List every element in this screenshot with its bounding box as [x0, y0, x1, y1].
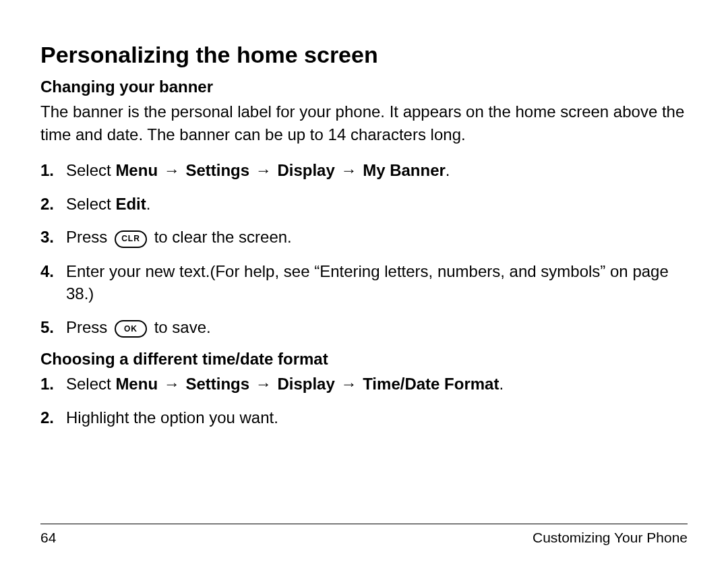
- step-number: 4.: [40, 260, 66, 283]
- clr-key-icon: CLR: [115, 230, 147, 248]
- steps-list-banner: 1. Select Menu → Settings → Display → My…: [40, 159, 688, 339]
- section-heading-banner: Changing your banner: [40, 77, 688, 96]
- step-2: 2. Highlight the option you want.: [40, 406, 688, 429]
- page-number: 64: [40, 530, 56, 546]
- step-text: Enter your new text.(For help, see “Ente…: [66, 260, 688, 305]
- step-5: 5. Press OK to save.: [40, 316, 688, 339]
- step-number: 5.: [40, 316, 66, 339]
- arrow-icon: →: [162, 375, 181, 393]
- step-1: 1. Select Menu → Settings → Display → Ti…: [40, 373, 688, 396]
- arrow-icon: →: [162, 161, 181, 179]
- step-text: Select Menu → Settings → Display → Time/…: [66, 373, 504, 396]
- ok-key-icon: OK: [115, 320, 147, 338]
- section-paragraph-banner: The banner is the personal label for you…: [40, 100, 688, 146]
- step-3: 3. Press CLR to clear the screen.: [40, 226, 688, 249]
- arrow-icon: →: [339, 375, 358, 393]
- step-number: 2.: [40, 406, 66, 429]
- step-number: 2.: [40, 193, 66, 216]
- page-content: Personalizing the home screen Changing y…: [40, 42, 688, 524]
- step-number: 1.: [40, 159, 66, 182]
- step-number: 3.: [40, 226, 66, 249]
- menu-path: Menu → Settings → Display → Time/Date Fo…: [115, 375, 499, 393]
- arrow-icon: →: [254, 375, 273, 393]
- page-footer: 64 Customizing Your Phone: [40, 524, 688, 562]
- step-4: 4. Enter your new text.(For help, see “E…: [40, 260, 688, 305]
- step-text: Press CLR to clear the screen.: [66, 226, 292, 249]
- step-text: Select Menu → Settings → Display → My Ba…: [66, 159, 450, 182]
- chapter-title: Customizing Your Phone: [533, 530, 688, 546]
- step-number: 1.: [40, 373, 66, 396]
- menu-path: Menu → Settings → Display → My Banner: [115, 161, 445, 179]
- manual-page: Personalizing the home screen Changing y…: [0, 0, 728, 562]
- step-text: Select Edit.: [66, 193, 150, 216]
- arrow-icon: →: [254, 161, 273, 179]
- step-2: 2. Select Edit.: [40, 193, 688, 216]
- step-1: 1. Select Menu → Settings → Display → My…: [40, 159, 688, 182]
- page-title: Personalizing the home screen: [40, 42, 688, 68]
- section-heading-timedate: Choosing a different time/date format: [40, 350, 688, 369]
- steps-list-timedate: 1. Select Menu → Settings → Display → Ti…: [40, 373, 688, 429]
- arrow-icon: →: [339, 161, 358, 179]
- step-text: Highlight the option you want.: [66, 406, 278, 429]
- step-text: Press OK to save.: [66, 316, 211, 339]
